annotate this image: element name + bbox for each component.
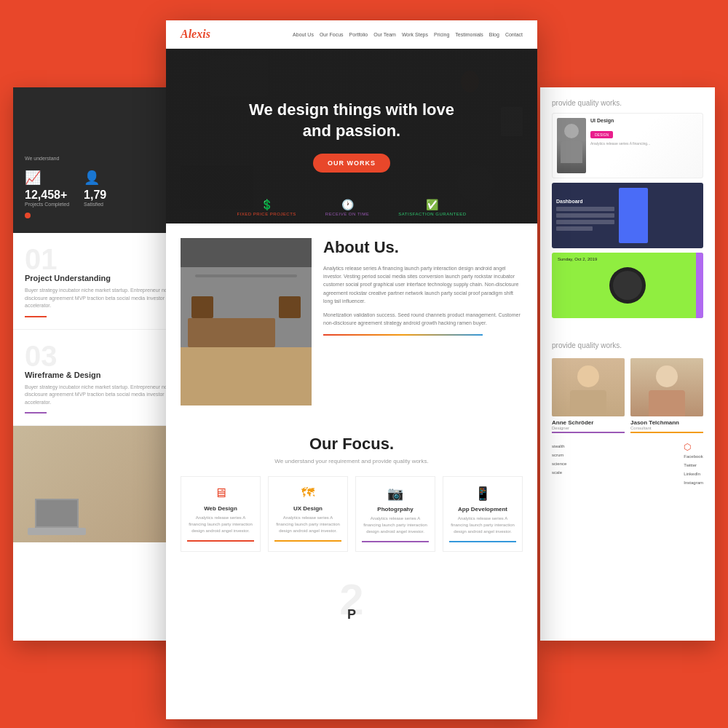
main-nav: Alexis About Us Our Focus Portfolio Our …	[166, 20, 537, 49]
about-paragraph2: Monetization validation success. Seed ro…	[323, 311, 523, 327]
right-social: stealth scrum science scale ⬡ Facebook T…	[552, 442, 703, 487]
focus-section: Our Focus. We understand your requiremen…	[166, 420, 537, 566]
portfolio-title: P	[178, 607, 526, 622]
nav-testimonials[interactable]: Testimonials	[455, 32, 483, 37]
card2-title: Dashboard	[556, 199, 614, 204]
nav-focus[interactable]: Our Focus	[320, 32, 344, 37]
nav-links: About Us Our Focus Portfolio Our Team Wo…	[293, 32, 523, 37]
step1-section: 01 Project Understanding Buyer strategy …	[13, 233, 188, 330]
left-stats: 📈 12,458+ Projects Completed 👤 1,79 Sati…	[25, 170, 106, 207]
social-links-list: Facebook Twitter LinkedIn Instagram	[684, 452, 703, 487]
step2-section: 03 Wireframe & Design Buyer strategy inc…	[13, 330, 188, 427]
left-dark-header: We understand 📈 12,458+ Projects Complet…	[13, 87, 188, 233]
badge1-label: FIXED PRICE PROJECTS	[237, 212, 296, 216]
field3	[556, 220, 614, 224]
step1-title: Project Understanding	[25, 274, 176, 282]
avatar-head	[564, 124, 579, 138]
text-science: science	[552, 459, 566, 468]
member2-head	[656, 365, 678, 387]
card3-date: Sunday, Oct 2, 2019	[558, 257, 597, 261]
card2-fields	[556, 207, 614, 231]
badge-satisfaction: ✅ SATISFACTION GURANTEED	[398, 199, 466, 216]
step2-number: 03	[25, 341, 176, 371]
text-stealth: stealth	[552, 442, 566, 451]
field1	[556, 207, 614, 211]
card2-accent	[619, 188, 648, 243]
member1-head	[577, 365, 599, 387]
photography-icon: 📷	[362, 486, 429, 502]
right-mockup: provide quality works. UI Design DESIGN …	[540, 87, 715, 641]
hero-text: We design things with loveand passion. O…	[249, 100, 454, 172]
left-we-understand: We understand	[25, 156, 59, 161]
hero-section: We design things with loveand passion. O…	[166, 49, 537, 223]
photo-title: Photogrpahy	[362, 506, 429, 513]
social-links-column: ⬡ Facebook Twitter LinkedIn Instagram	[684, 442, 703, 487]
member1-avatar	[552, 358, 625, 416]
nav-contact[interactable]: Contact	[505, 32, 523, 37]
focus-card-app: 📱 App Development Analytics release seri…	[443, 476, 523, 552]
member2-photo	[630, 358, 703, 416]
step1-line	[25, 316, 47, 317]
step2-line	[25, 412, 47, 414]
nav-portfolio[interactable]: Portfolio	[349, 32, 368, 37]
member2-body	[649, 390, 685, 416]
right-screen-cards: UI Design DESIGN Analytics release serie…	[552, 113, 703, 318]
social-linkedin: LinkedIn	[684, 470, 703, 478]
member1-line	[552, 432, 625, 433]
right-header: provide quality works. UI Design DESIGN …	[540, 87, 715, 330]
app-dev-icon: 📱	[449, 486, 516, 502]
focus-title: Our Focus.	[181, 435, 523, 454]
team-member-1: Anne Schröder Designer	[552, 358, 625, 433]
focus-grid: 🖥 Web Design Analytics release series A …	[181, 476, 523, 552]
room-floor	[181, 347, 312, 405]
avatar-body	[561, 141, 582, 163]
nav-worksteps[interactable]: Work Steps	[402, 32, 428, 37]
chart-icon: 📈	[25, 170, 69, 186]
focus-card-ux: 🗺 UX Design Analytics release series A f…	[268, 476, 348, 552]
stat1: 📈 12,458+ Projects Completed	[25, 170, 69, 207]
about-line	[323, 334, 483, 336]
badge-on-time: 🕐 RECEIVE ON TIME	[325, 199, 369, 216]
hero-title: We design things with loveand passion.	[249, 100, 454, 141]
social-facebook: Facebook	[684, 452, 703, 461]
person-image	[557, 118, 586, 173]
nav-pricing[interactable]: Pricing	[434, 32, 449, 37]
laptop-screen	[35, 499, 79, 528]
room-wall	[181, 267, 312, 347]
nav-logo: Alexis	[181, 28, 210, 41]
text-scrum: scrum	[552, 451, 566, 459]
about-title: About Us.	[323, 238, 523, 257]
badge-fixed-price: 💲 FIXED PRICE PROJECTS	[237, 199, 296, 216]
chair2	[279, 296, 301, 318]
member1-role: Designer	[552, 426, 625, 430]
stat1-number: 12,458+	[25, 189, 69, 202]
left-image-bg	[13, 426, 188, 542]
member2-line	[630, 432, 703, 433]
dollar-icon: 💲	[237, 199, 296, 210]
step2-title: Wireframe & Design	[25, 371, 176, 379]
team-member-2: Jason Telchmann Consultant	[630, 358, 703, 433]
focus-card-webdesign: 🖥 Web Design Analytics release series A …	[181, 476, 261, 552]
nav-about[interactable]: About Us	[293, 32, 314, 37]
laptop-base	[28, 528, 86, 535]
ux-line	[274, 540, 341, 542]
webdesign-line	[187, 540, 254, 542]
center-mockup: Alexis About Us Our Focus Portfolio Our …	[166, 20, 537, 719]
web-design-icon: 🖥	[187, 486, 254, 501]
step2-text: Buyer strategy incubator niche market st…	[25, 384, 176, 407]
our-works-button[interactable]: OUR WORKS	[313, 154, 390, 173]
app-line	[449, 541, 516, 542]
ux-design-icon: 🗺	[274, 486, 341, 501]
check-icon: ✅	[398, 199, 466, 210]
focus-card-photo: 📷 Photogrpahy Analytics release series A…	[355, 476, 435, 552]
card1-btn: DESIGN	[590, 131, 613, 138]
nav-team[interactable]: Our Team	[373, 32, 396, 37]
nav-blog[interactable]: Blog	[489, 32, 499, 37]
step1-number: 01	[25, 245, 176, 274]
member2-avatar	[630, 358, 703, 416]
clock-inner	[613, 271, 642, 300]
right-header-text: provide quality works.	[552, 99, 703, 107]
app-text: Analytics release series A financing lau…	[449, 515, 516, 535]
about-section: About Us. Analytics release series A fin…	[166, 223, 537, 420]
field2	[556, 213, 614, 218]
